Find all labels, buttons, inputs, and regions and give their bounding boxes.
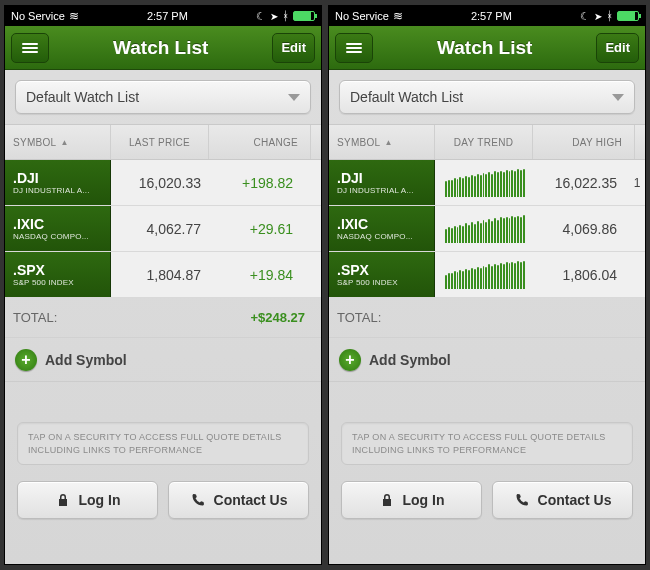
login-button[interactable]: Log In — [17, 481, 158, 519]
bluetooth-icon — [606, 9, 613, 23]
clock: 2:57 PM — [147, 10, 188, 22]
add-symbol-button[interactable]: + Add Symbol — [329, 338, 645, 382]
hint-box: TAP ON A SECURITY TO ACCESS FULL QUOTE D… — [17, 422, 309, 465]
phone-icon — [514, 493, 530, 507]
status-bar: No Service 2:57 PM — [329, 6, 645, 26]
page-title: Watch List — [437, 37, 532, 59]
contact-button[interactable]: Contact Us — [168, 481, 309, 519]
edit-button[interactable]: Edit — [272, 33, 315, 63]
wifi-icon — [393, 9, 403, 23]
last-price-cell: 4,062.77 — [111, 206, 209, 251]
dropdown-label: Default Watch List — [26, 89, 139, 105]
contact-label: Contact Us — [214, 492, 288, 508]
table-row[interactable]: .SPX S&P 500 INDEX 1,804.87 +19.84 — [5, 252, 321, 298]
header-change[interactable]: CHANGE — [209, 125, 311, 159]
day-high-cell: 4,069.86 — [533, 206, 629, 251]
table-row[interactable]: .SPX S&P 500 INDEX 1,806.04 — [329, 252, 645, 298]
total-label: TOTAL: — [329, 298, 435, 337]
edit-button[interactable]: Edit — [596, 33, 639, 63]
symbol-cell: .DJI DJ INDUSTRIAL A... — [329, 160, 435, 205]
total-value: +$248.27 — [209, 298, 321, 337]
change-cell: +19.84 — [209, 252, 305, 297]
header-more[interactable] — [311, 125, 321, 159]
sparkline — [445, 215, 525, 243]
lock-icon — [55, 493, 71, 507]
status-bar: No Service 2:57 PM — [5, 6, 321, 26]
table-header: SYMBOL LAST PRICE CHANGE — [5, 124, 321, 160]
table-row[interactable]: .DJI DJ INDUSTRIAL A... 16,020.33 +198.8… — [5, 160, 321, 206]
header-symbol[interactable]: SYMBOL — [5, 125, 111, 159]
contact-button[interactable]: Contact Us — [492, 481, 633, 519]
location-icon — [270, 10, 278, 22]
change-cell: +29.61 — [209, 206, 305, 251]
moon-icon — [580, 10, 590, 23]
last-price-cell: 1,804.87 — [111, 252, 209, 297]
carrier-label: No Service — [335, 10, 389, 22]
symbol-cell: .DJI DJ INDUSTRIAL A... — [5, 160, 111, 205]
hint-box: TAP ON A SECURITY TO ACCESS FULL QUOTE D… — [341, 422, 633, 465]
header-day-trend[interactable]: DAY TREND — [435, 125, 533, 159]
add-symbol-button[interactable]: + Add Symbol — [5, 338, 321, 382]
menu-button[interactable] — [11, 33, 49, 63]
moon-icon — [256, 10, 266, 23]
chevron-down-icon — [288, 94, 300, 101]
peek-cell: 1 — [629, 160, 645, 205]
header-last-price[interactable]: LAST PRICE — [111, 125, 209, 159]
wifi-icon — [69, 9, 79, 23]
table-row[interactable]: .DJI DJ INDUSTRIAL A... 16,022.35 1 — [329, 160, 645, 206]
table-header: SYMBOL DAY TREND DAY HIGH — [329, 124, 645, 160]
plus-icon: + — [339, 349, 361, 371]
sparkline-cell — [435, 252, 533, 297]
total-label: TOTAL: — [5, 298, 111, 337]
last-price-cell: 16,020.33 — [111, 160, 209, 205]
nav-bar: Watch List Edit — [5, 26, 321, 70]
symbol-cell: .SPX S&P 500 INDEX — [5, 252, 111, 297]
login-label: Log In — [403, 492, 445, 508]
header-more[interactable] — [635, 125, 645, 159]
login-label: Log In — [79, 492, 121, 508]
table-row[interactable]: .IXIC NASDAQ COMPO... 4,062.77 +29.61 — [5, 206, 321, 252]
phone-left: No Service 2:57 PM Watch List Edit Defau… — [4, 5, 322, 565]
change-cell: +198.82 — [209, 160, 305, 205]
sparkline-cell — [435, 160, 533, 205]
bottom-buttons: Log In Contact Us — [5, 475, 321, 531]
location-icon — [594, 10, 602, 22]
symbol-cell: .IXIC NASDAQ COMPO... — [5, 206, 111, 251]
bottom-buttons: Log In Contact Us — [329, 475, 645, 531]
carrier-label: No Service — [11, 10, 65, 22]
total-row: TOTAL: — [329, 298, 645, 338]
sparkline — [445, 169, 525, 197]
login-button[interactable]: Log In — [341, 481, 482, 519]
add-symbol-label: Add Symbol — [369, 352, 451, 368]
header-symbol[interactable]: SYMBOL — [329, 125, 435, 159]
nav-bar: Watch List Edit — [329, 26, 645, 70]
total-row: TOTAL: +$248.27 — [5, 298, 321, 338]
phone-right: No Service 2:57 PM Watch List Edit Defau… — [328, 5, 646, 565]
phone-icon — [190, 493, 206, 507]
header-day-high[interactable]: DAY HIGH — [533, 125, 635, 159]
day-high-cell: 16,022.35 — [533, 160, 629, 205]
sparkline — [445, 261, 525, 289]
battery-icon — [293, 11, 315, 21]
lock-icon — [379, 493, 395, 507]
add-symbol-label: Add Symbol — [45, 352, 127, 368]
clock: 2:57 PM — [471, 10, 512, 22]
symbol-cell: .IXIC NASDAQ COMPO... — [329, 206, 435, 251]
table-row[interactable]: .IXIC NASDAQ COMPO... 4,069.86 — [329, 206, 645, 252]
plus-icon: + — [15, 349, 37, 371]
chevron-down-icon — [612, 94, 624, 101]
menu-button[interactable] — [335, 33, 373, 63]
day-high-cell: 1,806.04 — [533, 252, 629, 297]
page-title: Watch List — [113, 37, 208, 59]
sparkline-cell — [435, 206, 533, 251]
contact-label: Contact Us — [538, 492, 612, 508]
battery-icon — [617, 11, 639, 21]
bluetooth-icon — [282, 9, 289, 23]
watchlist-dropdown[interactable]: Default Watch List — [15, 80, 311, 114]
symbol-cell: .SPX S&P 500 INDEX — [329, 252, 435, 297]
watchlist-dropdown[interactable]: Default Watch List — [339, 80, 635, 114]
dropdown-label: Default Watch List — [350, 89, 463, 105]
